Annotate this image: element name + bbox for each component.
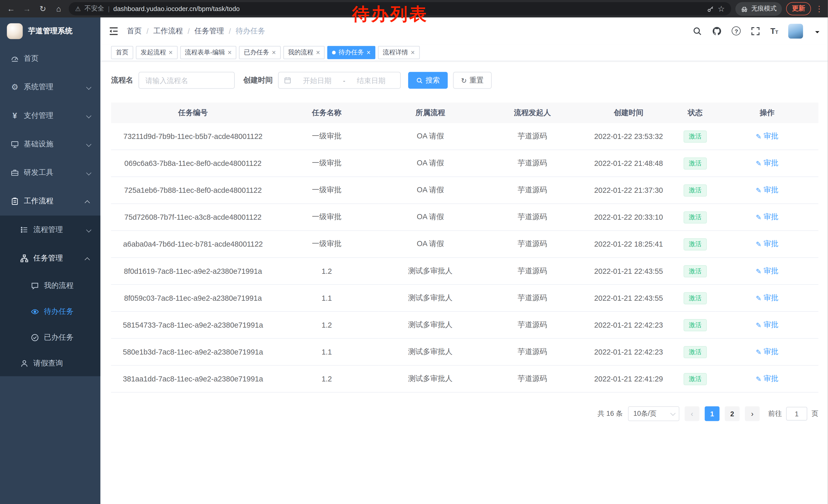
sidebar-item-label: 研发工具 — [24, 168, 53, 177]
approve-link[interactable]: ✎审批 — [756, 185, 778, 195]
chevron-up-icon — [85, 258, 90, 263]
approve-link[interactable]: ✎审批 — [756, 374, 778, 383]
column-header-task-id: 任务编号 — [111, 102, 275, 123]
close-tab-icon[interactable]: × — [411, 49, 415, 57]
screen: ← → ↻ ⌂ ⚠ 不安全 | dashboard.yudao.iocoder.… — [0, 0, 828, 504]
sidebar-item-label: 已办任务 — [44, 332, 73, 342]
start-date-input[interactable] — [293, 76, 341, 85]
browser-home-icon[interactable]: ⌂ — [53, 3, 65, 14]
search-icon[interactable] — [693, 26, 702, 36]
tab-process-detail[interactable]: 流程详情 × — [378, 46, 420, 59]
close-tab-icon[interactable]: × — [316, 49, 320, 57]
approve-link[interactable]: ✎审批 — [756, 158, 778, 168]
font-size-icon[interactable]: TT — [771, 27, 778, 35]
approve-label: 审批 — [763, 239, 779, 249]
sidebar-item-leave-query[interactable]: 请假查询 — [0, 350, 100, 376]
address-divider: | — [108, 5, 110, 12]
approve-label: 审批 — [763, 374, 779, 383]
approve-link[interactable]: ✎审批 — [756, 132, 778, 141]
close-tab-icon[interactable]: × — [272, 49, 276, 57]
breadcrumb-workflow[interactable]: 工作流程 — [153, 26, 182, 36]
sidebar-item-todo-tasks[interactable]: 待办任务 — [0, 299, 100, 324]
user-icon — [20, 359, 29, 367]
sidebar-item-done-tasks[interactable]: 已办任务 — [0, 324, 100, 350]
approve-link[interactable]: ✎审批 — [756, 213, 778, 222]
browser-forward-icon[interactable]: → — [21, 3, 33, 14]
cell-status: 激活 — [675, 123, 716, 150]
chevron-down-icon — [86, 170, 91, 175]
page-button-2[interactable]: 2 — [725, 406, 740, 421]
table-row: 069c6a63-7b8a-11ec-8ef0-acde48001122 一级审… — [111, 150, 819, 177]
tab-todo-tasks[interactable]: 待办任务 × — [328, 46, 376, 59]
fullscreen-icon[interactable] — [751, 26, 760, 36]
cell-task-id: 75d72608-7b7f-11ec-a3c8-acde48001122 — [111, 204, 275, 231]
close-tab-icon[interactable]: × — [169, 49, 173, 57]
close-tab-icon[interactable]: × — [367, 49, 371, 57]
next-page-button[interactable]: › — [745, 406, 760, 421]
tab-start-process[interactable]: 发起流程 × — [136, 46, 177, 59]
breadcrumb-current: 待办任务 — [236, 26, 265, 36]
breadcrumb-task-management[interactable]: 任务管理 — [195, 26, 224, 36]
approve-link[interactable]: ✎审批 — [756, 347, 778, 357]
sidebar-item-payment[interactable]: ¥ 支付管理 — [0, 101, 100, 130]
app-logo[interactable]: 芋道管理系统 — [0, 17, 100, 44]
search-button[interactable]: 搜索 — [408, 72, 448, 89]
tab-home[interactable]: 首页 — [111, 46, 133, 59]
tab-process-form-edit[interactable]: 流程表单-编辑 × — [180, 46, 237, 59]
cell-starter: 芋道源码 — [482, 258, 583, 284]
date-range-picker[interactable]: - — [278, 72, 401, 89]
approve-link[interactable]: ✎审批 — [756, 239, 778, 249]
sidebar-item-infrastructure[interactable]: 基础设施 — [0, 130, 100, 158]
sidebar-item-system[interactable]: ⚙ 系统管理 — [0, 73, 100, 101]
sidebar-item-process-management[interactable]: 流程管理 — [0, 216, 100, 244]
password-key-icon[interactable] — [707, 5, 714, 12]
cell-process: OA 请假 — [379, 123, 482, 150]
tab-label: 发起流程 — [140, 48, 166, 57]
cell-actions: ✎审批 — [716, 204, 819, 231]
cell-task-id: 58154733-7ac8-11ec-a9e2-a2380e71991a — [111, 312, 275, 338]
reset-button[interactable]: ↻ 重置 — [453, 72, 492, 89]
avatar[interactable] — [788, 24, 803, 39]
sidebar-item-my-process[interactable]: 我的流程 — [0, 273, 100, 299]
cell-status: 激活 — [675, 258, 716, 284]
prev-icon: ‹ — [691, 409, 693, 418]
cell-create-time: 2022-01-21 22:43:55 — [583, 258, 675, 284]
tab-label: 流程表单-编辑 — [185, 48, 225, 57]
browser-back-icon[interactable]: ← — [5, 3, 17, 14]
sidebar-item-task-management[interactable]: 任务管理 — [0, 244, 100, 273]
tags-view-bar: 首页 发起流程 × 流程表单-编辑 × 已办任务 × 我的流程 × 待办任务 × — [100, 44, 828, 61]
avatar-caret-icon[interactable] — [815, 31, 819, 35]
tab-my-process[interactable]: 我的流程 × — [283, 46, 325, 59]
sidebar-item-workflow[interactable]: 工作流程 — [0, 187, 100, 216]
browser-menu-icon[interactable]: ⋮ — [815, 4, 823, 13]
range-separator: - — [343, 77, 345, 84]
approve-label: 审批 — [763, 158, 779, 168]
cell-create-time: 2022-01-21 22:42:23 — [583, 312, 675, 338]
end-date-input[interactable] — [347, 76, 395, 85]
sidebar-item-home[interactable]: 首页 — [0, 44, 100, 73]
goto-page-input[interactable] — [786, 407, 807, 421]
sidebar-item-devtools[interactable]: 研发工具 — [0, 158, 100, 187]
tab-done-tasks[interactable]: 已办任务 × — [239, 46, 281, 59]
close-tab-icon[interactable]: × — [227, 49, 232, 57]
approve-link[interactable]: ✎审批 — [756, 266, 778, 276]
cell-actions: ✎审批 — [716, 284, 819, 312]
sidebar-item-label: 请假查询 — [33, 358, 63, 368]
update-button[interactable]: 更新 — [786, 2, 811, 15]
approve-link[interactable]: ✎审批 — [756, 293, 778, 303]
cell-process: 测试多审批人 — [379, 338, 482, 365]
bookmark-star-icon[interactable]: ☆ — [718, 4, 725, 13]
github-icon[interactable] — [712, 26, 722, 36]
menu-fold-icon[interactable] — [109, 26, 119, 36]
cell-create-time: 2022-01-21 22:43:55 — [583, 284, 675, 312]
process-name-input[interactable] — [138, 72, 235, 89]
prev-page-button[interactable]: ‹ — [685, 406, 700, 421]
cell-task-name: 一级审批 — [275, 231, 379, 258]
approve-link[interactable]: ✎审批 — [756, 320, 778, 330]
breadcrumb-home[interactable]: 首页 — [127, 26, 142, 36]
help-icon[interactable]: ? — [732, 27, 741, 35]
page-size-select[interactable]: 10条/页 — [628, 406, 679, 421]
sidebar-item-label: 支付管理 — [24, 111, 53, 121]
page-button-1[interactable]: 1 — [705, 406, 719, 421]
browser-reload-icon[interactable]: ↻ — [37, 3, 48, 14]
